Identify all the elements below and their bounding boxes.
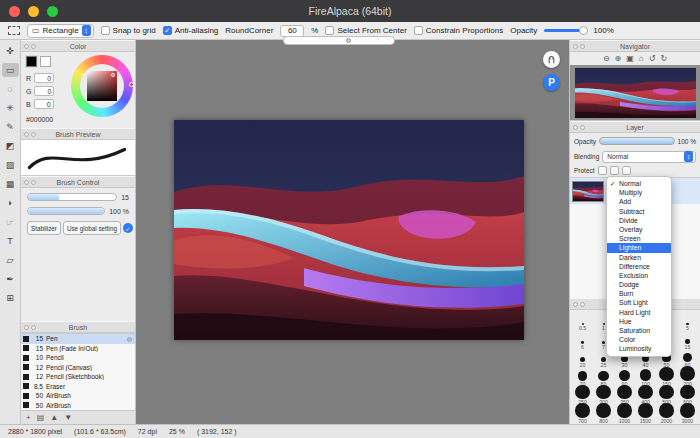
panel-collapse-button[interactable]: [24, 325, 29, 330]
blend-mode-item[interactable]: Overlay: [607, 225, 671, 234]
stabilizer-button[interactable]: Stabilizer: [27, 221, 61, 235]
panel-collapse-button[interactable]: [24, 132, 29, 137]
blend-mode-item[interactable]: Divide: [607, 216, 671, 225]
rotate-left-icon[interactable]: ↺: [649, 55, 656, 63]
blend-mode-item[interactable]: Hard Light: [607, 308, 671, 317]
panel-collapse-button[interactable]: [24, 180, 29, 185]
fit-window-icon[interactable]: ▣: [626, 55, 634, 63]
blend-mode-item[interactable]: Multiply: [607, 188, 671, 197]
blend-mode-item[interactable]: Color: [607, 335, 671, 344]
blend-mode-item[interactable]: Difference: [607, 262, 671, 271]
canvas-document[interactable]: [174, 120, 524, 340]
brush-size-option[interactable]: 0.5: [572, 313, 593, 332]
anti-aliasing-checkbox[interactable]: ✓: [163, 26, 172, 35]
brush-list-item[interactable]: 15Pen (Fade In/Out): [21, 344, 135, 354]
brush-list-item[interactable]: 50AirBrush: [21, 391, 135, 401]
opacity-slider-knob[interactable]: [579, 26, 588, 35]
panel-menu-button[interactable]: [31, 325, 36, 330]
select-tool[interactable]: ▭: [2, 63, 19, 77]
b-field[interactable]: 0: [34, 99, 54, 109]
background-color-swatch[interactable]: [40, 56, 51, 67]
panel-collapse-button[interactable]: [24, 44, 29, 49]
brush-size-option[interactable]: 700: [572, 406, 593, 425]
r-field[interactable]: 0: [34, 73, 54, 83]
panel-menu-button[interactable]: [31, 132, 36, 137]
panel-menu-button[interactable]: [31, 180, 36, 185]
foreground-color-swatch[interactable]: [26, 56, 37, 67]
blend-mode-item[interactable]: Saturation: [607, 326, 671, 335]
brush-size-option[interactable]: 15: [677, 332, 698, 351]
panel-collapse-button[interactable]: [573, 302, 578, 307]
lasso-tool[interactable]: ◌: [2, 82, 19, 96]
global-setting-icon[interactable]: ✓: [123, 223, 133, 233]
brush-folder-icon[interactable]: ▤: [37, 413, 45, 422]
gradient-tool[interactable]: ▦: [2, 177, 19, 191]
brush-size-option[interactable]: 2000: [656, 406, 677, 425]
g-field[interactable]: 0: [34, 86, 54, 96]
blend-mode-item[interactable]: Hue: [607, 317, 671, 326]
panel-menu-button[interactable]: [31, 44, 36, 49]
layer-opacity-slider[interactable]: [599, 137, 675, 145]
add-brush-icon[interactable]: +: [26, 413, 31, 422]
roundcorner-value-field[interactable]: 60: [280, 25, 304, 37]
brush-list-item[interactable]: 10Pencil: [21, 353, 135, 363]
panel-menu-button[interactable]: [580, 44, 585, 49]
opacity-slider[interactable]: [544, 29, 586, 32]
blend-mode-item[interactable]: Add: [607, 197, 671, 206]
maximize-button[interactable]: [47, 6, 58, 17]
navigator-thumbnail[interactable]: [570, 65, 700, 121]
zoom-out-icon[interactable]: ⊖: [603, 55, 610, 63]
constrain-proportions-checkbox[interactable]: [414, 26, 423, 35]
brush-size-option[interactable]: 3000: [677, 406, 698, 425]
select-from-center-checkbox[interactable]: [325, 26, 334, 35]
blend-mode-item[interactable]: Lighten: [607, 243, 671, 252]
p-badge-button[interactable]: P: [543, 74, 560, 91]
eraser-tool[interactable]: ◩: [2, 139, 19, 153]
brush-edit-icon[interactable]: ◎: [127, 335, 132, 342]
brush-tool[interactable]: ✎: [2, 120, 19, 134]
protect-pixel-toggle[interactable]: [610, 166, 619, 175]
actual-size-icon[interactable]: ⌂: [639, 55, 644, 63]
brush-list-item[interactable]: 8.5Eraser: [21, 382, 135, 392]
canvas-area[interactable]: P: [136, 40, 569, 424]
brush-size-option[interactable]: 6: [572, 332, 593, 351]
blend-mode-item[interactable]: Exclusion: [607, 271, 671, 280]
blend-mode-item[interactable]: Subtract: [607, 207, 671, 216]
bucket-tool[interactable]: ▨: [2, 158, 19, 172]
brush-up-icon[interactable]: ▲: [50, 413, 58, 422]
blend-mode-item[interactable]: Soft Light: [607, 298, 671, 307]
roundcorner-slider-knob[interactable]: [346, 38, 351, 43]
brush-size-option[interactable]: 5: [677, 313, 698, 332]
protect-position-toggle[interactable]: [622, 166, 631, 175]
magic-wand-tool[interactable]: ✳: [2, 101, 19, 115]
brush-size-slider[interactable]: [27, 193, 117, 201]
blend-mode-item[interactable]: Dodge: [607, 280, 671, 289]
eyedropper-tool[interactable]: ◗: [2, 196, 19, 210]
select-pen-tool[interactable]: ✒: [2, 272, 19, 286]
hue-indicator[interactable]: [129, 82, 134, 87]
brush-list-item[interactable]: 15Pen◎: [21, 334, 135, 344]
minimize-button[interactable]: [28, 6, 39, 17]
brush-size-option[interactable]: 1500: [635, 406, 656, 425]
brush-opacity-slider[interactable]: [27, 207, 105, 215]
text-tool[interactable]: T: [2, 234, 19, 248]
brush-size-option[interactable]: 20: [572, 350, 593, 369]
use-global-setting-button[interactable]: Use global setting: [63, 221, 121, 235]
selection-tool-icon[interactable]: [8, 26, 20, 35]
brush-size-option[interactable]: 1000: [614, 406, 635, 425]
move-tool[interactable]: ✜: [2, 44, 19, 58]
brush-list-item[interactable]: 50AirBrush: [21, 401, 135, 411]
panel-collapse-button[interactable]: [573, 125, 578, 130]
alpaca-cloud-button[interactable]: [543, 51, 560, 68]
blend-mode-item[interactable]: Luminosity: [607, 344, 671, 353]
zoom-in-icon[interactable]: ⊕: [615, 55, 622, 63]
panel-menu-button[interactable]: [580, 125, 585, 130]
blend-mode-item[interactable]: Screen: [607, 234, 671, 243]
blending-dropdown[interactable]: Normal ↕: [602, 151, 696, 163]
blend-mode-item[interactable]: Darken: [607, 253, 671, 262]
panel-collapse-button[interactable]: [573, 44, 578, 49]
shape-tool[interactable]: ▱: [2, 253, 19, 267]
brush-size-option[interactable]: 800: [593, 406, 614, 425]
blend-mode-item[interactable]: ✓Normal: [607, 179, 671, 188]
protect-alpha-toggle[interactable]: [598, 166, 607, 175]
